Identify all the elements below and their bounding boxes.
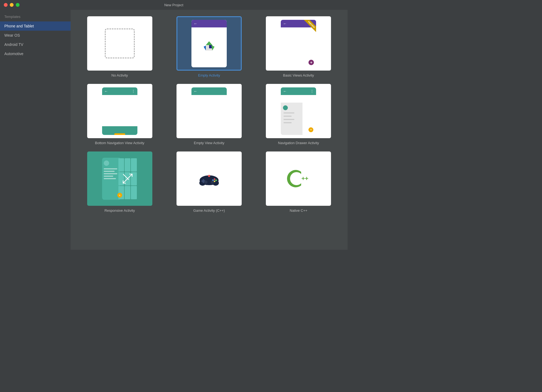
sidebar-item-wear-os[interactable]: Wear OS <box>0 31 71 40</box>
responsive-mockup: + <box>102 158 137 200</box>
sidebar-item-phone-tablet[interactable]: Phone and Tablet <box>0 21 71 31</box>
android-icon <box>201 39 217 55</box>
content-area: No Activity ← <box>71 10 348 250</box>
template-card-responsive[interactable]: + <box>87 151 152 206</box>
preview-badge-label: PREVIEW <box>303 20 316 33</box>
empty-activity-body <box>191 27 227 67</box>
window-controls <box>4 3 20 7</box>
responsive-cell-3 <box>131 158 137 172</box>
preview-badge: PREVIEW <box>300 20 316 36</box>
empty-view-body <box>191 95 227 135</box>
responsive-cell-4 <box>118 172 124 185</box>
template-no-activity[interactable]: No Activity <box>79 16 160 77</box>
template-label-empty-activity: Empty Activity <box>198 73 220 77</box>
template-bottom-nav[interactable]: ← ⋮ Bottom Navigation View Activity <box>79 84 160 145</box>
responsive-cell-8 <box>125 186 130 199</box>
bottom-bar-indicator <box>114 133 125 135</box>
nav-drawer-fab: + <box>308 127 313 132</box>
responsive-line-3 <box>104 173 117 174</box>
svg-point-12 <box>214 178 215 180</box>
svg-point-13 <box>215 179 217 181</box>
empty-view-back-icon: ← <box>194 89 197 93</box>
template-label-empty-view: Empty View Activity <box>194 141 224 145</box>
maximize-button[interactable] <box>16 3 20 7</box>
sidebar-item-android-tv[interactable]: Android TV <box>0 40 71 49</box>
responsive-cell-5 <box>125 172 130 185</box>
template-empty-activity[interactable]: ← <box>169 16 249 77</box>
window-title: New Project <box>164 3 183 7</box>
basic-views-fab: + <box>308 60 314 65</box>
svg-marker-0 <box>206 41 212 45</box>
nav-drawer-back-icon: ← <box>283 89 287 93</box>
templates-grid: No Activity ← <box>79 16 339 213</box>
main-layout: Templates Phone and Tablet Wear OS Andro… <box>0 10 348 250</box>
title-bar: New Project <box>0 0 348 10</box>
svg-text:++: ++ <box>301 175 308 182</box>
template-card-game-activity[interactable] <box>177 151 242 206</box>
sidebar-item-automotive[interactable]: Automotive <box>0 49 71 58</box>
native-cpp-mockup: ++ <box>281 158 316 200</box>
template-native-cpp[interactable]: ++ Native C++ <box>258 151 339 213</box>
template-label-no-activity: No Activity <box>111 73 128 77</box>
minimize-button[interactable] <box>10 3 14 7</box>
drawer-line-2 <box>283 116 292 117</box>
template-label-game-activity: Game Activity (C++) <box>193 208 225 213</box>
cpp-logo-icon: ++ <box>286 166 311 191</box>
sidebar: Templates Phone and Tablet Wear OS Andro… <box>0 10 71 250</box>
bottom-nav-dots-icon: ⋮ <box>132 89 135 93</box>
gamepad-icon <box>198 170 220 187</box>
responsive-line-1 <box>104 168 117 169</box>
template-label-basic-views: Basic Views Activity <box>283 73 314 77</box>
template-label-nav-drawer: Navigation Drawer Activity <box>278 141 319 145</box>
close-button[interactable] <box>4 3 8 7</box>
bottom-nav-back-icon: ← <box>104 89 108 93</box>
drawer-line-1 <box>283 112 294 113</box>
responsive-line-4 <box>104 176 113 177</box>
bottom-nav-body <box>102 95 137 126</box>
template-card-native-cpp[interactable]: ++ <box>266 151 331 206</box>
template-label-responsive: Responsive Activity <box>105 208 135 213</box>
svg-point-17 <box>204 181 207 184</box>
basic-views-back-icon: ← <box>283 21 287 26</box>
template-card-no-activity[interactable] <box>87 16 152 71</box>
template-card-bottom-nav[interactable]: ← ⋮ <box>87 84 152 138</box>
empty-view-mockup: ← <box>191 87 227 135</box>
svg-point-16 <box>208 175 210 177</box>
template-label-native-cpp: Native C++ <box>290 208 307 213</box>
nav-drawer-body: + <box>281 95 316 135</box>
responsive-avatar <box>104 160 109 166</box>
no-activity-icon <box>105 29 135 58</box>
template-card-nav-drawer[interactable]: ← ⋮ + <box>266 84 331 138</box>
sidebar-section-label: Templates <box>0 12 71 21</box>
template-nav-drawer[interactable]: ← ⋮ + <box>258 84 339 145</box>
svg-point-18 <box>211 181 214 184</box>
responsive-cell-2 <box>125 158 130 172</box>
template-card-empty-view[interactable]: ← <box>177 84 242 138</box>
responsive-cell-6 <box>131 172 137 185</box>
nav-drawer-dots-icon: ⋮ <box>310 89 314 93</box>
responsive-list-panel <box>102 158 120 200</box>
empty-view-toolbar: ← <box>191 87 227 95</box>
template-card-basic-views[interactable]: PREVIEW ← + <box>266 16 331 71</box>
nav-drawer-mockup: ← ⋮ + <box>281 87 316 135</box>
drawer-avatar <box>283 105 288 110</box>
template-basic-views[interactable]: PREVIEW ← + Basic Views Activity <box>258 16 339 77</box>
template-game-activity[interactable]: Game Activity (C++) <box>169 151 249 213</box>
drawer-line-3 <box>283 119 294 120</box>
bottom-nav-toolbar: ← ⋮ <box>102 87 137 95</box>
responsive-line-2 <box>104 171 115 172</box>
template-label-bottom-nav: Bottom Navigation View Activity <box>95 141 144 145</box>
game-activity-mockup <box>191 158 227 200</box>
template-card-empty-activity[interactable]: ← <box>177 16 242 71</box>
nav-drawer-toolbar: ← ⋮ <box>281 87 316 95</box>
cpp-logo-container: ++ <box>286 166 311 191</box>
responsive-line-5 <box>104 178 116 179</box>
bottom-navigation-bar <box>102 126 137 135</box>
responsive-fab: + <box>117 193 122 198</box>
template-empty-view[interactable]: ← Empty View Activity <box>169 84 249 145</box>
drawer-line-4 <box>283 122 292 123</box>
template-responsive[interactable]: + Responsive Activity <box>79 151 160 213</box>
basic-views-mockup: PREVIEW ← + <box>281 20 316 67</box>
drawer-panel <box>281 103 302 135</box>
responsive-cell-9 <box>131 186 137 199</box>
